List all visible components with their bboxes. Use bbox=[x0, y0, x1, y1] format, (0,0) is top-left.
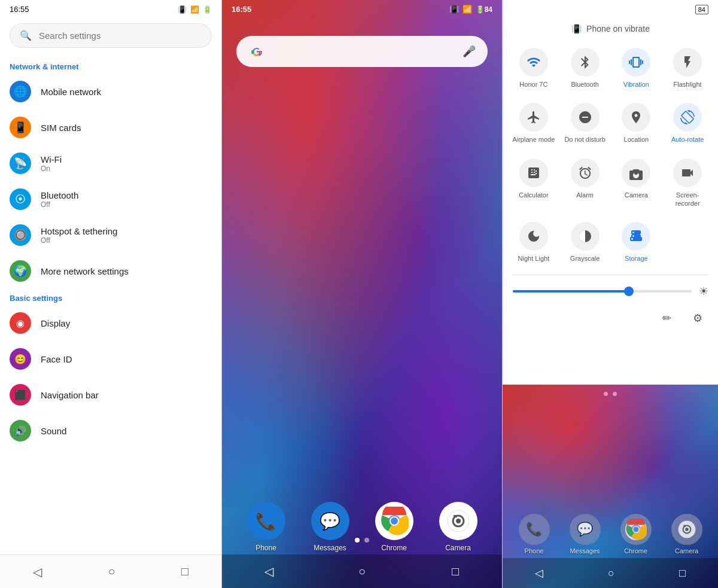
qs-status-bar: 84 bbox=[503, 0, 718, 19]
quick-settings-panel: 84 📳 Phone on vibrate Honor 7C Bluetooth… bbox=[503, 0, 718, 588]
settings-item-mobile[interactable]: 🌐 Mobile network bbox=[0, 74, 221, 109]
qs-tile-camera[interactable]: Camera bbox=[611, 151, 662, 215]
phone-home-screen: 16:55 📳 📶 🔋84 🎤 📞 Phone bbox=[221, 0, 503, 588]
phone-vibrate-icon: 📳 bbox=[449, 5, 459, 14]
qs-calculator-icon bbox=[519, 159, 548, 187]
svg-point-3 bbox=[391, 517, 398, 525]
qs-tile-autorotate[interactable]: Auto-rotate bbox=[662, 96, 713, 151]
search-input[interactable] bbox=[39, 31, 202, 41]
bottom-chrome-icon[interactable] bbox=[620, 514, 652, 545]
wifi-text: Wi-Fi On bbox=[41, 154, 212, 173]
qs-tile-calculator[interactable]: Calculator bbox=[508, 151, 559, 215]
display-text: Display bbox=[41, 318, 212, 328]
page-dot-1 bbox=[355, 538, 360, 543]
settings-home-btn[interactable]: ○ bbox=[108, 565, 115, 578]
qs-alarm-label: Alarm bbox=[576, 191, 594, 199]
settings-item-wifi[interactable]: 📡 Wi-Fi On bbox=[0, 145, 221, 181]
settings-item-navbar[interactable]: ⬛ Navigation bar bbox=[0, 377, 221, 413]
google-search-widget[interactable]: 🎤 bbox=[236, 36, 488, 67]
qs-bluetooth-icon bbox=[571, 48, 600, 77]
dock-phone[interactable]: 📞 Phone bbox=[247, 502, 285, 552]
phone-back-btn[interactable]: ◁ bbox=[257, 559, 281, 583]
wifi-title: Wi-Fi bbox=[41, 154, 212, 164]
bottom-dock-camera[interactable]: Camera bbox=[671, 514, 702, 555]
qs-storage-icon bbox=[622, 222, 650, 251]
bottom-dock-messages[interactable]: 💬 Messages bbox=[570, 514, 601, 555]
settings-recent-btn[interactable]: □ bbox=[181, 565, 188, 578]
brightness-slider[interactable] bbox=[513, 290, 692, 293]
phone-home-btn[interactable]: ○ bbox=[350, 559, 374, 583]
sound-text: Sound bbox=[41, 426, 212, 436]
dock-messages[interactable]: 💬 Messages bbox=[311, 502, 349, 552]
settings-item-sound[interactable]: 🔊 Sound bbox=[0, 413, 221, 449]
bottom-recent-btn[interactable]: □ bbox=[679, 567, 686, 580]
settings-item-sim[interactable]: 📱 SIM cards bbox=[0, 109, 221, 145]
sound-icon: 🔊 bbox=[10, 420, 31, 441]
phone-recent-btn[interactable]: □ bbox=[443, 559, 467, 583]
qs-wifi-icon bbox=[519, 48, 548, 77]
qs-tile-location[interactable]: Location bbox=[611, 96, 662, 151]
dock-camera[interactable]: Camera bbox=[439, 502, 477, 552]
bottom-phone-icon[interactable]: 📞 bbox=[519, 514, 550, 545]
settings-item-display[interactable]: ◉ Display bbox=[0, 305, 221, 341]
qs-calculator-label: Calculator bbox=[519, 191, 549, 199]
qs-dnd-icon bbox=[571, 103, 600, 132]
phone-time: 16:55 bbox=[232, 5, 251, 14]
qs-grayscale-icon bbox=[571, 222, 600, 251]
dock-chrome-label: Chrome bbox=[381, 544, 407, 552]
bottom-dock-phone[interactable]: 📞 Phone bbox=[519, 514, 550, 555]
bottom-phone-label: Phone bbox=[525, 547, 544, 555]
bottom-page-dot-1 bbox=[604, 392, 608, 396]
phone-app-icon[interactable]: 📞 bbox=[247, 502, 285, 540]
qs-tiles-grid: Honor 7C Bluetooth Vibration Flashlight bbox=[503, 41, 718, 270]
sim-text: SIM cards bbox=[41, 123, 212, 133]
qs-edit-button[interactable]: ✏ bbox=[656, 307, 677, 329]
qs-tile-vibration[interactable]: Vibration bbox=[611, 41, 662, 96]
dock-chrome[interactable]: Chrome bbox=[375, 502, 413, 552]
navbar-icon: ⬛ bbox=[10, 384, 31, 406]
qs-nightlight-label: Night Light bbox=[518, 254, 550, 263]
messages-app-icon[interactable]: 💬 bbox=[311, 502, 349, 540]
qs-tile-bluetooth[interactable]: Bluetooth bbox=[559, 41, 611, 96]
qs-tile-nightlight[interactable]: Night Light bbox=[508, 215, 559, 270]
qs-tile-flashlight[interactable]: Flashlight bbox=[662, 41, 713, 96]
bottom-back-btn[interactable]: ◁ bbox=[535, 566, 543, 580]
qs-dnd-label: Do not disturb bbox=[564, 135, 605, 144]
display-title: Display bbox=[41, 318, 212, 328]
svg-point-15 bbox=[685, 528, 689, 531]
mobile-network-title: Mobile network bbox=[41, 87, 212, 97]
bottom-messages-label: Messages bbox=[570, 547, 600, 555]
faceid-title: Face ID bbox=[41, 354, 212, 364]
camera-app-icon[interactable] bbox=[439, 502, 477, 540]
qs-screenrecorder-label: Screen-recorder bbox=[664, 191, 711, 208]
bottom-messages-icon[interactable]: 💬 bbox=[570, 514, 601, 545]
bottom-home-btn[interactable]: ○ bbox=[608, 567, 614, 580]
mic-icon[interactable]: 🎤 bbox=[463, 45, 476, 58]
settings-item-bluetooth[interactable]: ⦿ Bluetooth Off bbox=[0, 181, 221, 217]
settings-item-faceid[interactable]: 😊 Face ID bbox=[0, 341, 221, 377]
qs-tile-wifi[interactable]: Honor 7C bbox=[508, 41, 559, 96]
chrome-app-icon[interactable] bbox=[375, 502, 413, 540]
settings-back-btn[interactable]: ◁ bbox=[33, 565, 42, 579]
qs-vibrate-label: Phone on vibrate bbox=[586, 24, 650, 33]
wifi-subtitle: On bbox=[41, 164, 212, 173]
settings-item-hotspot[interactable]: 🔘 Hotspot & tethering Off bbox=[0, 217, 221, 253]
qs-tile-dnd[interactable]: Do not disturb bbox=[559, 96, 611, 151]
qs-tile-storage[interactable]: Storage bbox=[611, 215, 662, 270]
qs-tile-airplane[interactable]: Airplane mode bbox=[508, 96, 559, 151]
qs-screenrecorder-icon bbox=[673, 159, 702, 187]
settings-item-more-network[interactable]: 🌍 More network settings bbox=[0, 253, 221, 289]
bottom-page-dot-2 bbox=[613, 392, 617, 396]
faceid-icon: 😊 bbox=[10, 348, 31, 370]
qs-vibration-label: Vibration bbox=[623, 80, 649, 89]
svg-point-12 bbox=[633, 527, 638, 532]
qs-settings-button[interactable]: ⚙ bbox=[687, 307, 708, 329]
bottom-camera-icon[interactable] bbox=[671, 514, 702, 545]
qs-tile-grayscale[interactable]: Grayscale bbox=[559, 215, 611, 270]
search-bar[interactable]: 🔍 bbox=[10, 23, 212, 48]
qs-tile-screenrecorder[interactable]: Screen-recorder bbox=[662, 151, 713, 215]
vibrate-icon: 📳 bbox=[178, 5, 187, 14]
bottom-dock-chrome[interactable]: Chrome bbox=[620, 514, 652, 555]
qs-tile-alarm[interactable]: Alarm bbox=[559, 151, 611, 215]
brightness-thumb[interactable] bbox=[624, 287, 634, 296]
